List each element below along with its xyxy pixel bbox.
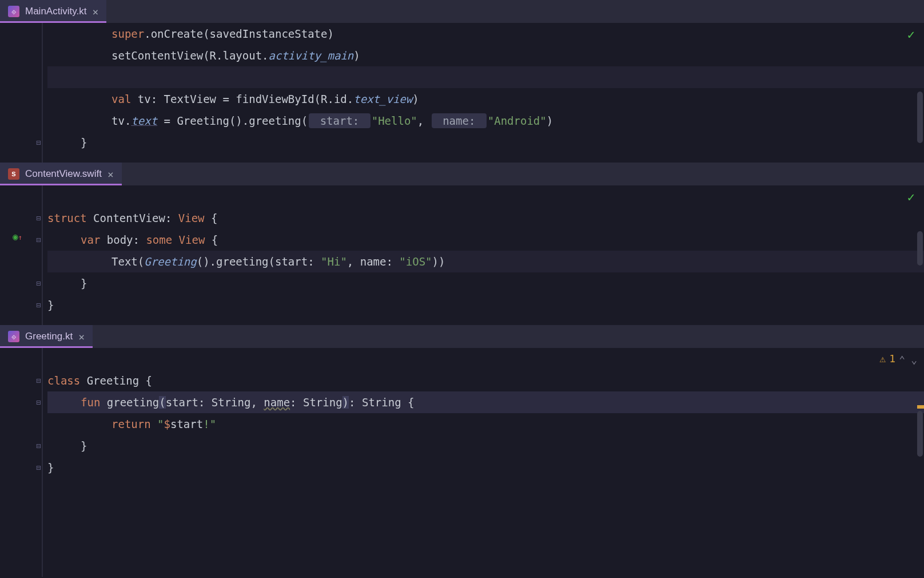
tab-greeting[interactable]: ⟐ Greeting.kt ×: [0, 325, 93, 348]
code-line[interactable]: ⊟}: [47, 294, 924, 316]
code-line[interactable]: [47, 66, 924, 88]
code-token: ": [157, 418, 164, 430]
code-line[interactable]: ⊟class Greeting {: [47, 370, 924, 391]
code-line[interactable]: ⊟var body: some View {: [47, 229, 924, 251]
code-token: struct: [47, 212, 93, 224]
fold-toggle-icon[interactable]: ⊟: [36, 138, 41, 147]
fold-toggle-icon[interactable]: ⊟: [36, 279, 41, 288]
code-token: .onCreate(savedInstanceState): [144, 27, 334, 40]
scrollbar[interactable]: [916, 185, 924, 325]
editor-pane-2: S ContentView.swift × ◉↑ ✓ ⊟struct Conte…: [0, 163, 924, 325]
scrollbar-thumb[interactable]: [917, 231, 923, 266]
code-line[interactable]: tv.text = Greeting().greeting( start: "H…: [47, 110, 924, 132]
code-token: ): [353, 49, 360, 62]
tab-title: Greeting.kt: [25, 331, 73, 342]
code-token: = Greeting().greeting(: [157, 114, 308, 127]
code-token: (: [159, 396, 165, 409]
code-token: start: String,: [166, 396, 264, 409]
scrollbar-thumb[interactable]: [917, 92, 923, 143]
tab-bar: ⟐ MainActivity.kt ×: [0, 0, 924, 23]
code-token: {: [205, 212, 218, 224]
swift-file-icon: S: [8, 168, 19, 180]
editor-pane-3: ⟐ Greeting.kt × ⚠ 1 ⌃ ⌄ ⊟class Greeting …: [0, 325, 924, 577]
code-area[interactable]: ⚠ 1 ⌃ ⌄ ⊟class Greeting {⊟fun greeting(s…: [43, 348, 924, 577]
code-token: "Android": [488, 114, 547, 127]
code-area[interactable]: ✓ ⊟struct ContentView: View {⊟var body: …: [43, 185, 924, 325]
code-token: ): [547, 114, 553, 127]
code-token: )): [432, 255, 445, 268]
fold-toggle-icon[interactable]: ⊟: [36, 235, 41, 244]
code-line[interactable]: return "$start!": [47, 413, 924, 435]
code-line[interactable]: ⊟}: [47, 457, 924, 478]
code-token: }: [47, 299, 54, 311]
code-token: greeting: [107, 396, 160, 409]
code-token: }: [81, 136, 87, 149]
code-token: , name:: [347, 255, 400, 268]
fold-toggle-icon[interactable]: ⊟: [36, 213, 41, 223]
tab-content-view[interactable]: S ContentView.swift ×: [0, 163, 122, 185]
code-token: ContentView:: [93, 212, 178, 224]
code-token: "iOS": [399, 255, 432, 268]
code-token: ().greeting(start:: [197, 255, 321, 268]
code-editor[interactable]: ✓ super.onCreate(savedInstanceState)setC…: [0, 23, 924, 163]
scrollbar[interactable]: [916, 348, 924, 577]
code-token: name: [264, 396, 290, 409]
code-area[interactable]: ✓ super.onCreate(savedInstanceState)setC…: [43, 23, 924, 163]
kotlin-file-icon: ⟐: [8, 331, 19, 342]
code-token: some: [146, 233, 178, 246]
code-token: Text(: [111, 255, 144, 268]
tab-bar: S ContentView.swift ×: [0, 163, 924, 185]
code-token: }: [47, 461, 54, 474]
tab-main-activity[interactable]: ⟐ MainActivity.kt ×: [0, 0, 106, 23]
code-token: ): [412, 93, 419, 105]
code-line[interactable]: setContentView(R.layout.activity_main): [47, 45, 924, 66]
code-token: class: [47, 374, 87, 387]
code-editor[interactable]: ⚠ 1 ⌃ ⌄ ⊟class Greeting {⊟fun greeting(s…: [0, 348, 924, 577]
fold-toggle-icon[interactable]: ⊟: [36, 463, 41, 472]
code-line[interactable]: [47, 185, 924, 207]
code-token: tv.: [111, 114, 131, 127]
code-line[interactable]: super.onCreate(savedInstanceState): [47, 23, 924, 45]
code-token: text: [131, 114, 157, 127]
code-line[interactable]: Text(Greeting().greeting(start: "Hi", na…: [47, 251, 924, 272]
code-line[interactable]: ⊟}: [47, 132, 924, 153]
code-token: return: [111, 418, 157, 430]
fold-toggle-icon[interactable]: ⊟: [36, 376, 41, 385]
code-token: ,: [417, 114, 431, 127]
editor-pane-1: ⟐ MainActivity.kt × ✓ super.onCreate(sav…: [0, 0, 924, 163]
code-token: var: [81, 233, 107, 246]
fold-toggle-icon[interactable]: ⊟: [36, 300, 41, 310]
code-line[interactable]: ⊟}: [47, 272, 924, 294]
code-line[interactable]: ⊟fun greeting(start: String, name: Strin…: [47, 391, 924, 413]
code-line[interactable]: val tv: TextView = findViewById(R.id.tex…: [47, 88, 924, 110]
tab-bar: ⟐ Greeting.kt ×: [0, 325, 924, 348]
fold-toggle-icon[interactable]: ⊟: [36, 441, 41, 450]
code-token: Greeting {: [87, 374, 152, 387]
code-token: $: [164, 418, 170, 430]
close-icon[interactable]: ×: [107, 168, 114, 180]
code-line[interactable]: [47, 348, 924, 370]
fold-toggle-icon[interactable]: ⊟: [36, 398, 41, 407]
scrollbar[interactable]: [916, 23, 924, 163]
close-icon[interactable]: ×: [92, 6, 98, 18]
close-icon[interactable]: ×: [78, 331, 85, 343]
scrollbar-thumb[interactable]: [917, 411, 923, 457]
code-token: super: [111, 27, 144, 40]
code-line[interactable]: ⊟}: [47, 435, 924, 457]
code-token: name:: [432, 113, 487, 128]
run-line-marker-icon[interactable]: ◉↑: [13, 231, 22, 242]
code-token: activity_main: [269, 49, 354, 62]
code-token: tv: TextView = findViewById(R.id.: [138, 93, 354, 105]
code-token: start: [170, 418, 203, 430]
kotlin-file-icon: ⟐: [8, 6, 19, 17]
code-token: fun: [81, 396, 107, 409]
code-token: body:: [107, 233, 146, 246]
code-token: }: [81, 440, 87, 452]
code-token: View: [179, 233, 205, 246]
warning-stripe[interactable]: [917, 405, 924, 409]
code-line[interactable]: ⊟struct ContentView: View {: [47, 207, 924, 229]
code-token: setContentView(R.layout.: [111, 49, 269, 62]
code-editor[interactable]: ◉↑ ✓ ⊟struct ContentView: View {⊟var bod…: [0, 185, 924, 325]
code-token: val: [111, 93, 138, 105]
code-token: {: [205, 233, 218, 246]
